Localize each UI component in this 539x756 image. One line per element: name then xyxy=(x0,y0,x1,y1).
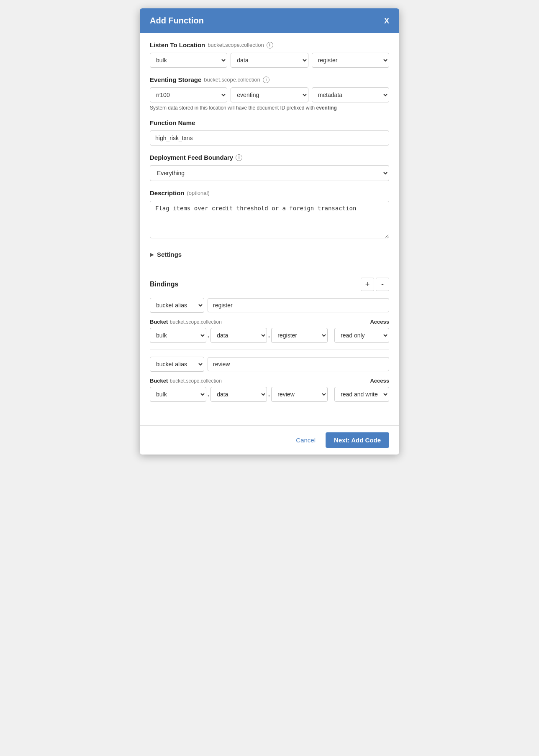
modal-body: Listen To Location bucket.scope.collecti… xyxy=(140,33,399,425)
settings-arrow-icon: ▶ xyxy=(150,252,154,258)
modal-title: Add Function xyxy=(150,16,204,26)
bindings-title: Bindings xyxy=(150,281,178,288)
eventing-storage-hint: System data stored in this location will… xyxy=(150,105,389,111)
bucket-dot-1: . xyxy=(206,332,210,339)
deployment-feed-boundary-section: Deployment Feed Boundary i Everything Fr… xyxy=(150,154,389,181)
add-binding-button[interactable]: + xyxy=(361,278,374,291)
description-textarea[interactable]: Flag items over credit threshold or a fo… xyxy=(150,201,389,238)
add-function-modal: Add Function X Listen To Location bucket… xyxy=(140,8,399,455)
deployment-feed-boundary-info-icon[interactable]: i xyxy=(236,154,242,161)
deployment-feed-boundary-select[interactable]: Everything From now From beginning xyxy=(150,165,389,181)
bucket-dot-4: . xyxy=(267,391,271,398)
eventing-storage-section: Eventing Storage bucket.scope.collection… xyxy=(150,76,389,111)
binding-scope-select-1[interactable]: data eventing xyxy=(210,387,267,402)
binding-collection-select-0[interactable]: register metadata review xyxy=(271,328,328,343)
listen-bucket-select[interactable]: bulk rr100 xyxy=(150,53,227,68)
binding-bucket-label-row-1: Bucket bucket.scope.collection Access xyxy=(150,377,389,384)
settings-section: ▶ Settings xyxy=(150,248,389,261)
bindings-controls: + - xyxy=(361,278,389,291)
binding-alias-input-1[interactable] xyxy=(208,357,389,371)
binding-alias-input-0[interactable] xyxy=(208,298,389,312)
binding-item-0: bucket alias URL alias Bucket bucket.sco… xyxy=(150,298,389,350)
binding-bucket-select-0[interactable]: bulk rr100 xyxy=(150,328,206,343)
binding-bucket-row-0: bulk rr100 . data eventing . register me… xyxy=(150,328,389,343)
listen-to-location-info-icon[interactable]: i xyxy=(267,42,273,49)
function-name-input[interactable]: high_risk_txns xyxy=(150,130,389,146)
next-add-code-button[interactable]: Next: Add Code xyxy=(326,432,389,448)
close-button[interactable]: X xyxy=(384,17,389,25)
function-name-label: Function Name xyxy=(150,119,389,126)
bindings-section: Bindings + - bucket alias URL alias xyxy=(150,278,389,409)
eventing-storage-dropdowns: rr100 bulk eventing data metadata regist… xyxy=(150,87,389,102)
binding-access-select-0[interactable]: read only read and write xyxy=(334,328,389,343)
binding-collection-select-1[interactable]: review register metadata xyxy=(271,387,328,402)
eventing-collection-select[interactable]: metadata register review xyxy=(312,87,389,102)
eventing-storage-info-icon[interactable]: i xyxy=(263,77,270,83)
eventing-storage-label: Eventing Storage bucket.scope.collection… xyxy=(150,76,389,83)
divider xyxy=(150,269,389,269)
binding-type-row-1: bucket alias URL alias xyxy=(150,357,389,372)
binding-type-select-1[interactable]: bucket alias URL alias xyxy=(150,357,204,372)
listen-to-location-dropdowns: bulk rr100 data eventing register metada… xyxy=(150,53,389,68)
deployment-feed-boundary-label: Deployment Feed Boundary i xyxy=(150,154,389,161)
function-name-section: Function Name high_risk_txns xyxy=(150,119,389,146)
listen-collection-select[interactable]: register metadata review xyxy=(312,53,389,68)
bindings-header: Bindings + - xyxy=(150,278,389,291)
binding-access-select-1[interactable]: read and write read only xyxy=(334,387,389,402)
cancel-button[interactable]: Cancel xyxy=(291,433,321,447)
modal-header: Add Function X xyxy=(140,8,399,33)
eventing-scope-select[interactable]: eventing data xyxy=(231,87,308,102)
listen-scope-select[interactable]: data eventing xyxy=(231,53,308,68)
binding-bucket-select-1[interactable]: bulk rr100 xyxy=(150,387,206,402)
binding-item-1: bucket alias URL alias Bucket bucket.sco… xyxy=(150,357,389,409)
binding-bucket-row-1: bulk rr100 . data eventing . review regi… xyxy=(150,387,389,402)
listen-to-location-label: Listen To Location bucket.scope.collecti… xyxy=(150,41,389,49)
remove-binding-button[interactable]: - xyxy=(376,278,389,291)
modal-footer: Cancel Next: Add Code xyxy=(140,425,399,455)
description-section: Description (optional) Flag items over c… xyxy=(150,189,389,240)
binding-type-select-0[interactable]: bucket alias URL alias xyxy=(150,298,204,313)
bucket-dot-3: . xyxy=(206,391,210,398)
bucket-dot-2: . xyxy=(267,332,271,339)
description-label: Description (optional) xyxy=(150,189,389,197)
listen-to-location-section: Listen To Location bucket.scope.collecti… xyxy=(150,41,389,68)
eventing-bucket-select[interactable]: rr100 bulk xyxy=(150,87,227,102)
binding-bucket-label-row-0: Bucket bucket.scope.collection Access xyxy=(150,318,389,325)
settings-toggle[interactable]: ▶ Settings xyxy=(150,248,389,261)
binding-scope-select-0[interactable]: data eventing xyxy=(210,328,267,343)
binding-type-row-0: bucket alias URL alias xyxy=(150,298,389,313)
